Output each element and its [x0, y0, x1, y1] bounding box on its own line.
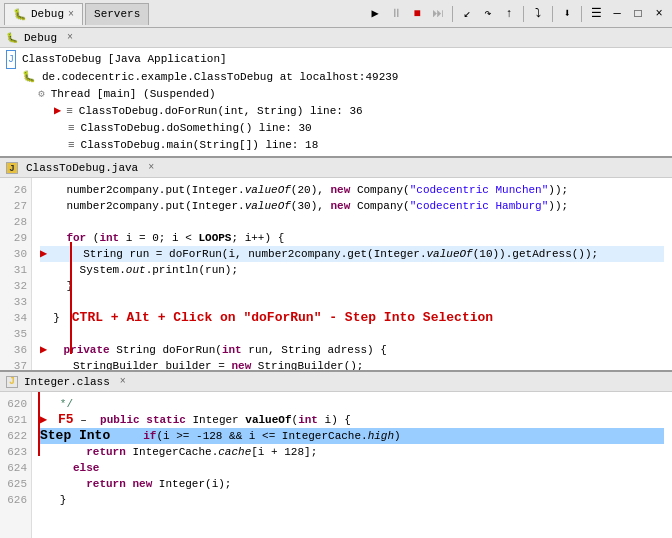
- editor-bottom-header: J Integer.class ×: [0, 372, 672, 392]
- code-line-35-empty: [40, 326, 664, 342]
- tab-debug-close[interactable]: ×: [68, 9, 74, 20]
- em-dash: –: [74, 412, 94, 428]
- disconnect-icon[interactable]: ⏭: [429, 5, 447, 23]
- debug-panel: 🐛 Debug × J ClassToDebug [Java Applicati…: [0, 28, 672, 158]
- main-toolbar: 🐛 Debug × Servers ▶ ⏸ ■ ⏭ ↙ ↷ ↑ ⤵ ⬇ ☰ ─ …: [0, 0, 672, 28]
- code-line-624: else: [40, 460, 664, 476]
- tree-item-text: ClassToDebug.main(String[]) line: 18: [81, 137, 319, 154]
- close-view-icon[interactable]: ×: [650, 5, 668, 23]
- editor-bottom-content: 620 621 622 623 624 625 626 */ ▶ F5 – pu…: [0, 392, 672, 538]
- java-file-icon: J: [6, 162, 18, 174]
- code-line-26: number2company.put(Integer.valueOf(20), …: [40, 182, 664, 198]
- debug-tree-item[interactable]: 🐛 de.codecentric.example.ClassToDebug at…: [6, 69, 666, 86]
- red-vertical-line: [70, 242, 72, 354]
- code-line-27: number2company.put(Integer.valueOf(30), …: [40, 198, 664, 214]
- use-step-filters-icon[interactable]: ⤵: [529, 5, 547, 23]
- debug-tree-item[interactable]: ≡ ClassToDebug.doSomething() line: 30: [6, 120, 666, 137]
- tab-servers[interactable]: Servers: [85, 3, 149, 25]
- annotation-ctrl-alt: CTRL + Alt + Click on "doForRun" - Step …: [72, 310, 493, 326]
- separator4: [581, 6, 582, 22]
- code-line-620: */: [40, 396, 664, 412]
- editor-top-content: 26 27 28 29 30 31 32 33 34 35 36 37 38 n…: [0, 178, 672, 370]
- step-return-icon[interactable]: ↑: [500, 5, 518, 23]
- red-vertical-line-bottom: [38, 392, 40, 456]
- code-line-621: ▶ F5 – public static Integer valueOf(int…: [40, 412, 664, 428]
- stack-icon3: ≡: [68, 137, 75, 154]
- editor-bottom-close[interactable]: ×: [120, 376, 126, 387]
- code-30-text: String run = doForRun(i, number2company.…: [50, 246, 598, 262]
- tab-servers-label: Servers: [94, 8, 140, 20]
- line-numbers-top: 26 27 28 29 30 31 32 33 34 35 36 37 38: [0, 178, 32, 370]
- editor-top-header: J ClassToDebug.java ×: [0, 158, 672, 178]
- code-line-626: }: [40, 492, 664, 508]
- stack-icon2: ≡: [68, 120, 75, 137]
- editor-top-close[interactable]: ×: [148, 162, 154, 173]
- code-line-623: return IntegerCache.cache[i + 128];: [40, 444, 664, 460]
- red-arrow-35: ▶: [40, 342, 47, 358]
- resume-icon[interactable]: ▶: [366, 5, 384, 23]
- bug-icon: 🐛: [22, 69, 36, 86]
- thread-icon: ⚙: [38, 86, 45, 103]
- debug-icon: 🐛: [13, 8, 27, 21]
- code-622-text: if(i >= -128 && i <= IntegerCache.high): [110, 428, 400, 444]
- code-line-29: for (int i = 0; i < LOOPS; i++) {: [40, 230, 664, 246]
- menu-icon[interactable]: ☰: [587, 5, 605, 23]
- red-arrow-30: ▶: [40, 246, 47, 262]
- debug-tree-item[interactable]: ⚙ Thread [main] (Suspended): [6, 86, 666, 103]
- tree-item-text: ClassToDebug.doSomething() line: 30: [81, 120, 312, 137]
- debug-tree-item-active[interactable]: ▶ ≡ ClassToDebug.doForRun(int, String) l…: [6, 103, 666, 120]
- code-line-36: StringBuilder builder = new StringBuilde…: [40, 358, 664, 370]
- debug-panel-header: 🐛 Debug ×: [0, 28, 672, 48]
- code-line-625: return new Integer(i);: [40, 476, 664, 492]
- maximize-icon[interactable]: □: [629, 5, 647, 23]
- code-line-30: ▶ String run = doForRun(i, number2compan…: [40, 246, 664, 262]
- suspend-icon[interactable]: ⏸: [387, 5, 405, 23]
- toolbar-action-icons: ▶ ⏸ ■ ⏭ ↙ ↷ ↑ ⤵ ⬇ ☰ ─ □ ×: [366, 5, 668, 23]
- code-line-35: ▶ private String doForRun(int run, Strin…: [40, 342, 664, 358]
- tab-debug-label: Debug: [31, 8, 64, 20]
- f5-label: F5: [50, 412, 73, 428]
- tree-item-text: ClassToDebug [Java Application]: [22, 51, 227, 68]
- code-34-brace: }: [40, 310, 60, 326]
- code-line-32: }: [40, 278, 664, 294]
- debug-panel-close[interactable]: ×: [67, 32, 73, 43]
- code-line-31: System.out.println(run);: [40, 262, 664, 278]
- drop-to-frame-icon[interactable]: ⬇: [558, 5, 576, 23]
- code-line-622: Step Into if(i >= -128 && i <= IntegerCa…: [40, 428, 664, 444]
- editor-bottom-filename: Integer.class: [24, 376, 110, 388]
- code-line-34: } CTRL + Alt + Click on "doForRun" - Ste…: [40, 310, 664, 326]
- debug-tree: J ClassToDebug [Java Application] 🐛 de.c…: [0, 48, 672, 156]
- code-area-bottom[interactable]: */ ▶ F5 – public static Integer valueOf(…: [32, 392, 672, 538]
- minimize-icon[interactable]: ─: [608, 5, 626, 23]
- separator1: [452, 6, 453, 22]
- line-numbers-bottom: 620 621 622 623 624 625 626: [0, 392, 32, 538]
- code-area-top[interactable]: number2company.put(Integer.valueOf(20), …: [32, 178, 672, 370]
- code-35-text: private String doForRun(int run, String …: [50, 342, 387, 358]
- debug-tab-icon: 🐛: [6, 32, 18, 44]
- tree-item-text: de.codecentric.example.ClassToDebug at l…: [42, 69, 398, 86]
- red-arrow-icon: ▶: [54, 103, 61, 120]
- editor-top-filename: ClassToDebug.java: [26, 162, 138, 174]
- debug-tree-item[interactable]: ≡ ClassToDebug.main(String[]) line: 18: [6, 137, 666, 154]
- class-file-icon: J: [6, 376, 18, 388]
- step-into-label: Step Into: [40, 428, 110, 444]
- code-621-text: public static Integer valueOf(int i) {: [93, 412, 351, 428]
- stop-icon[interactable]: ■: [408, 5, 426, 23]
- debug-panel-title: Debug: [24, 32, 57, 44]
- debug-tree-item[interactable]: J ClassToDebug [Java Application]: [6, 50, 666, 69]
- tree-item-text: ClassToDebug.doForRun(int, String) line:…: [79, 103, 363, 120]
- class-icon: J: [6, 50, 16, 69]
- tree-item-text: Thread [main] (Suspended): [51, 86, 216, 103]
- step-into-icon[interactable]: ↙: [458, 5, 476, 23]
- stack-icon: ≡: [66, 103, 73, 120]
- code-line-33: [40, 294, 664, 310]
- step-over-icon[interactable]: ↷: [479, 5, 497, 23]
- separator3: [552, 6, 553, 22]
- code-line-28: [40, 214, 664, 230]
- tab-debug[interactable]: 🐛 Debug ×: [4, 3, 83, 25]
- editor-top: J ClassToDebug.java × 26 27 28 29 30 31 …: [0, 158, 672, 372]
- editor-bottom: J Integer.class × 620 621 622 623 624 62…: [0, 372, 672, 538]
- separator2: [523, 6, 524, 22]
- red-arrow-621: ▶: [40, 412, 47, 428]
